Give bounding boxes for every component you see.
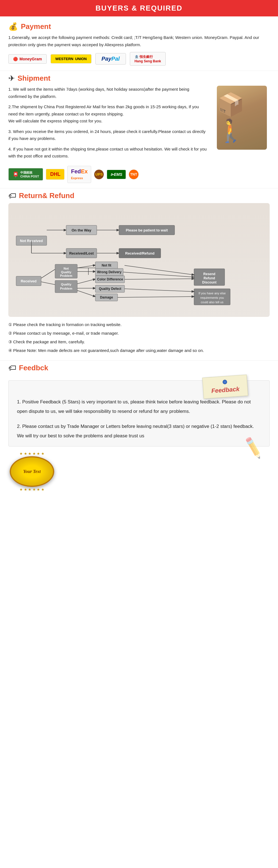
svg-text:Received/Refund: Received/Refund [125, 251, 154, 255]
payment-text: 1.Generally, we accept the following pay… [8, 34, 270, 48]
feedback-title: 🏷 Feedbck [8, 363, 270, 373]
page-title: BUYERS & REQUIRED [0, 4, 278, 12]
ems-logo: ⊳EMS [107, 170, 126, 179]
payment-section: 💰 Payment 1.Generally, we accept the fol… [0, 19, 278, 71]
refund-note-2: ② Please contact us by meesage, e-mail, … [8, 330, 270, 337]
moneygram-logo: 🔴 MoneyGram [8, 54, 47, 64]
svg-text:Problem: Problem [60, 287, 72, 290]
shipment-point-1: 1. We will sent the items within 7days (… [8, 86, 209, 100]
feedback-note-area: Feedback [202, 374, 248, 399]
page-header: BUYERS & REQUIRED [0, 0, 278, 17]
feedback-icon: 🏷 [8, 363, 16, 373]
svg-text:Problem: Problem [60, 274, 72, 277]
feedback-text-2-area: 2. Please contact us by Trade Manager or… [17, 422, 261, 441]
svg-text:Quality: Quality [61, 283, 71, 286]
payment-title: 💰 Payment [8, 22, 270, 31]
shipment-title: ✈ Shipment [8, 74, 270, 83]
svg-line-56 [125, 289, 194, 291]
gold-badge-area: Your Text ★ ★ ★ ★ ★ ★ ★ ★ ★ ★ ★ ★ [8, 455, 278, 488]
shipment-point-2: 2.The shipment by China Post Registered … [8, 103, 209, 125]
refund-flow-chart: Not Received On the Way Please be patien… [13, 208, 272, 311]
refund-note-1: ① Please check the tracking in formation… [8, 321, 270, 328]
hangseng-logo: 🏦 恒生銀行Hang Seng Bank [130, 52, 166, 66]
feedback-content-area: Feedback 1. Positive Feedback (5 Stars) … [8, 380, 270, 446]
svg-text:Damage: Damage [100, 296, 113, 299]
svg-text:Refund: Refund [204, 276, 215, 280]
payment-heading: Payment [21, 22, 51, 31]
feedback-sticky: Feedback [202, 374, 248, 399]
dhl-logo: DHL [46, 169, 65, 180]
shipping-logos: 📮 中国邮政CHINA POST DHL FedEx Express UPS ⊳… [8, 166, 270, 183]
moneygram-icon: 🔴 [13, 57, 18, 61]
shipment-heading: Shipment [18, 74, 50, 83]
svg-text:Not: Not [64, 267, 69, 270]
westernunion-logo: WESTERN UNION [50, 54, 92, 63]
feedback-text-2: 2. Please contact us by Trade Manager or… [17, 422, 261, 441]
svg-text:Received: Received [21, 279, 36, 283]
refund-note-3: ③ Check the package and Item, carefully. [8, 338, 270, 345]
paypal-logo: PayPal [95, 53, 126, 65]
tnt-logo: TNT [129, 169, 139, 180]
shipment-section: ✈ Shipment 1. We will sent the items wit… [0, 71, 278, 188]
refund-notes: ① Please check the tracking in formation… [8, 321, 270, 354]
svg-line-32 [41, 282, 55, 285]
delivery-person-image: 📦🚶 [217, 86, 267, 150]
svg-line-18 [41, 269, 55, 278]
svg-text:Quality Defect: Quality Defect [99, 287, 121, 291]
chinapost-logo: 📮 中国邮政CHINA POST [8, 168, 43, 181]
svg-text:Color Difference: Color Difference [97, 277, 123, 281]
svg-rect-33 [55, 280, 77, 293]
return-refund-heading: Return& Refund [19, 191, 74, 200]
svg-text:Please be patient to wait: Please be patient to wait [126, 228, 168, 232]
svg-text:requirements you: requirements you [201, 296, 224, 299]
badge-stars-bottom: ★ ★ ★ ★ ★ ★ [20, 488, 44, 492]
svg-line-44 [123, 272, 194, 277]
svg-text:If you have any else: If you have any else [199, 291, 226, 295]
refund-diagram: Not Received On the Way Please be patien… [8, 203, 270, 317]
gold-badge: Your Text ★ ★ ★ ★ ★ ★ ★ ★ ★ ★ ★ ★ [8, 455, 56, 488]
svg-text:Wrong Delivery: Wrong Delivery [97, 270, 121, 274]
pin-icon [222, 379, 227, 384]
return-icon: 🏷 [8, 191, 16, 200]
svg-text:could also tell us: could also tell us [201, 301, 223, 304]
feedback-heading: Feedbck [19, 364, 48, 372]
shipment-content: 1. We will sent the items within 7days (… [8, 86, 270, 163]
svg-text:Discount: Discount [202, 280, 216, 284]
shipment-point-4: 4. If you have not got it within the shi… [8, 146, 209, 160]
svg-text:Quality: Quality [61, 271, 71, 274]
svg-text:Resend: Resend [203, 272, 215, 276]
badge-stars-top: ★ ★ ★ ★ ★ ★ [20, 452, 44, 456]
svg-line-57 [117, 297, 194, 298]
svg-text:Not fit: Not fit [102, 264, 111, 267]
ups-logo: UPS [94, 169, 104, 180]
svg-text:Received/Lost: Received/Lost [69, 251, 94, 255]
svg-line-45 [125, 279, 194, 279]
svg-line-49 [77, 290, 95, 297]
feedback-text-1: 1. Positive Feedback (5 Stars) is very i… [17, 397, 261, 416]
fedex-logo: FedEx Express [67, 166, 91, 183]
return-refund-title: 🏷 Return& Refund [8, 191, 270, 200]
shipment-point-3: 3. When you receive the items you ordere… [8, 128, 209, 142]
feedback-note-text: Feedback [211, 385, 240, 394]
return-refund-section: 🏷 Return& Refund Not Received On the Way… [0, 188, 278, 360]
shipment-icon: ✈ [8, 74, 15, 83]
payment-icon: 💰 [8, 22, 18, 31]
shipment-text: 1. We will sent the items within 7days (… [8, 86, 209, 163]
svg-text:On the Way: On the Way [71, 228, 92, 232]
payment-logos: 🔴 MoneyGram WESTERN UNION PayPal 🏦 恒生銀行H… [8, 52, 270, 66]
refund-note-4: ④ Please Note: Men made defects are not … [8, 347, 270, 354]
delivery-image: 📦🚶 [214, 86, 270, 163]
badge-text: Your Text [23, 469, 41, 474]
diagram-content: Not Received On the Way Please be patien… [13, 208, 265, 312]
svg-line-26 [77, 265, 95, 268]
svg-line-36 [77, 279, 95, 284]
svg-line-43 [125, 266, 194, 275]
